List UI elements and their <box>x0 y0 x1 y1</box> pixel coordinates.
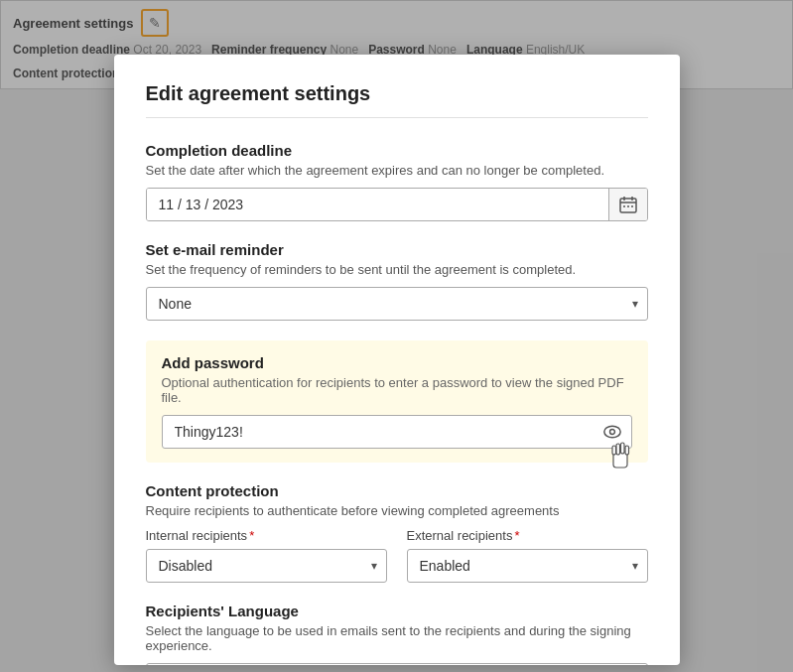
add-password-title: Add password <box>162 354 632 371</box>
content-protection-columns: Internal recipients* Disabled Enabled ▾ … <box>146 528 648 583</box>
language-select-wrapper: English/UK English/US French German Span… <box>146 663 648 665</box>
external-recipients-label: External recipients* <box>407 528 648 543</box>
calendar-button[interactable] <box>608 189 647 220</box>
recipients-language-section: Recipients' Language Select the language… <box>146 603 648 665</box>
email-reminder-title: Set e-mail reminder <box>146 241 648 258</box>
internal-recipients-label: Internal recipients* <box>146 528 387 543</box>
email-reminder-desc: Set the frequency of reminders to be sen… <box>146 262 648 277</box>
external-recipients-select[interactable]: Enabled Disabled <box>407 549 648 583</box>
completion-deadline-section: Completion deadline Set the date after w… <box>146 142 648 221</box>
edit-agreement-modal: Edit agreement settings Completion deadl… <box>114 55 680 665</box>
reminder-select[interactable]: None Every day Every week Every two week… <box>146 287 648 321</box>
svg-point-8 <box>609 430 614 435</box>
svg-rect-9 <box>613 452 627 468</box>
content-protection-title: Content protection <box>146 482 648 499</box>
internal-recipients-col: Internal recipients* Disabled Enabled ▾ <box>146 528 387 583</box>
modal-title: Edit agreement settings <box>146 82 648 118</box>
external-select-wrapper: Enabled Disabled ▾ <box>407 549 648 583</box>
external-required-star: * <box>514 528 519 543</box>
password-input[interactable] <box>163 416 594 448</box>
eye-icon <box>603 423 621 441</box>
reminder-select-wrapper: None Every day Every week Every two week… <box>146 287 648 321</box>
email-reminder-section: Set e-mail reminder Set the frequency of… <box>146 241 648 321</box>
content-protection-section: Content protection Require recipients to… <box>146 482 648 583</box>
completion-deadline-title: Completion deadline <box>146 142 648 159</box>
date-input-wrapper <box>146 188 648 221</box>
password-input-wrapper <box>162 415 632 449</box>
language-select[interactable]: English/UK English/US French German Span… <box>146 663 648 665</box>
internal-select-wrapper: Disabled Enabled ▾ <box>146 549 387 583</box>
recipients-language-desc: Select the language to be used in emails… <box>146 623 648 653</box>
content-protection-desc: Require recipients to authenticate befor… <box>146 503 648 518</box>
recipients-language-title: Recipients' Language <box>146 603 648 619</box>
calendar-icon <box>619 196 637 213</box>
svg-point-7 <box>603 426 619 437</box>
add-password-desc: Optional authentication for recipients t… <box>162 375 632 405</box>
completion-deadline-desc: Set the date after which the agreement e… <box>146 163 648 178</box>
internal-required-star: * <box>249 528 254 543</box>
internal-recipients-select[interactable]: Disabled Enabled <box>146 549 387 583</box>
external-recipients-col: External recipients* Enabled Disabled ▾ <box>407 528 648 583</box>
add-password-section: Add password Optional authentication for… <box>146 340 648 463</box>
password-toggle-button[interactable] <box>594 416 631 448</box>
date-input[interactable] <box>147 189 608 220</box>
modal-overlay: Edit agreement settings Completion deadl… <box>0 0 793 672</box>
